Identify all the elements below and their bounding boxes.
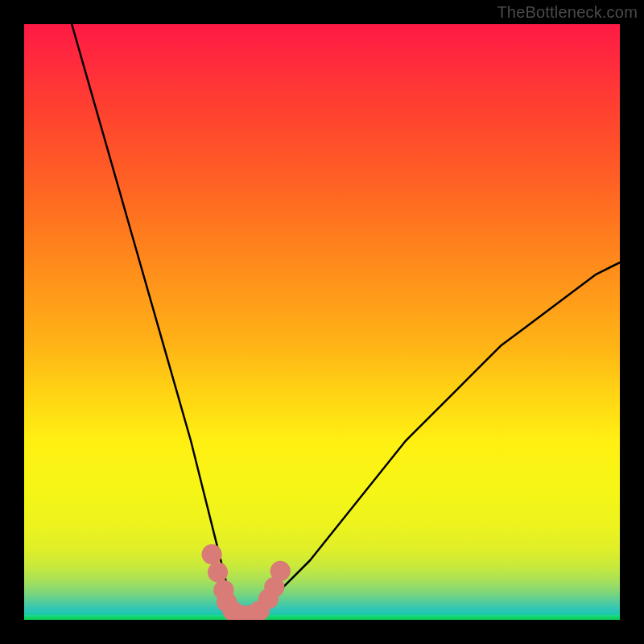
plot-area <box>24 24 620 620</box>
valley-marker <box>202 544 222 564</box>
valley-marker <box>270 561 291 581</box>
outer-frame: TheBottleneck.com <box>0 0 644 644</box>
curve-right-branch <box>250 262 620 620</box>
curve-left-branch <box>72 24 238 620</box>
curve-layer <box>24 24 620 620</box>
watermark-text: TheBottleneck.com <box>497 3 638 22</box>
valley-marker <box>208 562 228 582</box>
